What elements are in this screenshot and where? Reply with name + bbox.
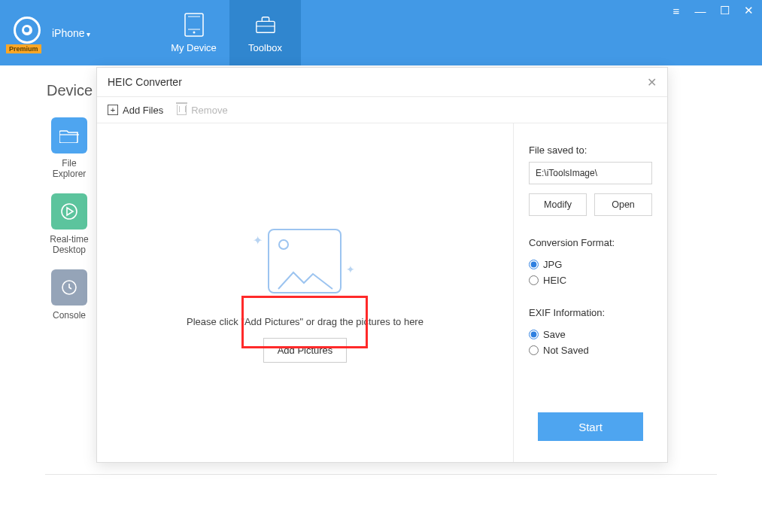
tab-label: My Device (171, 42, 217, 53)
exif-not-saved-option[interactable]: Not Saved (529, 345, 652, 356)
remove-button: Remove (177, 105, 227, 116)
format-radio-group: JPG HEIC (529, 259, 652, 286)
trash-icon (177, 105, 187, 115)
tab-toolbox[interactable]: Toolbox (229, 0, 301, 65)
modify-button[interactable]: Modify (529, 193, 587, 216)
sidebar-item-console[interactable]: Console (47, 269, 92, 321)
button-label: Add Files (123, 105, 163, 116)
add-files-button[interactable]: + Add Files (108, 105, 163, 116)
open-button[interactable]: Open (594, 193, 652, 216)
tab-label: Toolbox (248, 42, 282, 53)
svg-rect-4 (256, 21, 274, 32)
dialog-close-button[interactable]: ✕ (647, 75, 657, 90)
sidebar-item-label: File Explorer (53, 158, 87, 180)
add-pictures-button[interactable]: Add Pictures (263, 338, 348, 363)
divider (45, 474, 717, 475)
tablet-icon (184, 12, 205, 38)
dialog-body: ✦ ✦ Please click "Add Pictures" or drag … (97, 123, 667, 462)
radio-label: JPG (543, 259, 562, 270)
device-dropdown[interactable]: iPhone (52, 27, 90, 39)
maximize-button[interactable]: ☐ (717, 3, 732, 18)
menu-icon[interactable]: ≡ (669, 3, 684, 18)
format-label: Conversion Format: (529, 237, 652, 248)
sidebar-item-realtime-desktop[interactable]: Real-time Desktop (47, 193, 92, 256)
window-controls: ≡ — ☐ ✕ (669, 3, 756, 18)
sidebar-item-label: Console (53, 310, 86, 321)
dialog-title: HEIC Converter (108, 76, 182, 88)
heic-converter-dialog: HEIC Converter ✕ + Add Files Remove ✦ ✦ … (96, 67, 668, 463)
exif-save-option[interactable]: Save (529, 329, 652, 340)
sidebar-item-file-explorer[interactable]: File Explorer (47, 117, 92, 180)
options-panel: File saved to: Modify Open Conversion Fo… (513, 123, 667, 462)
premium-badge: Premium (6, 44, 41, 53)
radio-input[interactable] (529, 275, 539, 285)
format-heic-option[interactable]: HEIC (529, 275, 652, 286)
minimize-button[interactable]: — (693, 3, 708, 18)
radio-input[interactable] (529, 345, 539, 355)
logo-area: Premium iPhone (0, 0, 158, 65)
format-jpg-option[interactable]: JPG (529, 259, 652, 270)
header-tabs: My Device Toolbox (158, 0, 301, 65)
svg-point-1 (193, 32, 195, 34)
play-icon (51, 193, 87, 230)
folder-icon (51, 117, 87, 154)
app-logo: Premium (6, 12, 47, 53)
exif-label: EXIF Information: (529, 307, 652, 318)
close-button[interactable]: ✕ (741, 3, 756, 18)
tab-my-device[interactable]: My Device (158, 0, 229, 65)
button-label: Remove (191, 105, 227, 116)
app-header: Premium iPhone My Device Toolbox ≡ — ☐ ✕ (0, 0, 762, 65)
radio-input[interactable] (529, 330, 539, 339)
drop-hint-text: Please click "Add Pictures" or drag the … (187, 316, 424, 327)
start-button[interactable]: Start (538, 412, 643, 441)
clock-icon (51, 269, 87, 306)
svg-point-7 (62, 204, 77, 219)
toolbox-icon (255, 12, 276, 38)
plus-icon: + (108, 105, 118, 115)
radio-label: Save (543, 329, 566, 340)
exif-radio-group: Save Not Saved (529, 329, 652, 356)
radio-label: Not Saved (543, 345, 589, 356)
drop-zone[interactable]: ✦ ✦ Please click "Add Pictures" or drag … (97, 123, 513, 462)
save-path-input[interactable] (529, 162, 652, 184)
sidebar-item-label: Real-time Desktop (50, 234, 88, 256)
image-placeholder-icon: ✦ ✦ (253, 223, 358, 306)
dialog-toolbar: + Add Files Remove (97, 97, 667, 123)
radio-input[interactable] (529, 260, 539, 269)
dialog-titlebar: HEIC Converter ✕ (97, 68, 667, 97)
radio-label: HEIC (543, 275, 566, 286)
saved-to-label: File saved to: (529, 144, 652, 156)
